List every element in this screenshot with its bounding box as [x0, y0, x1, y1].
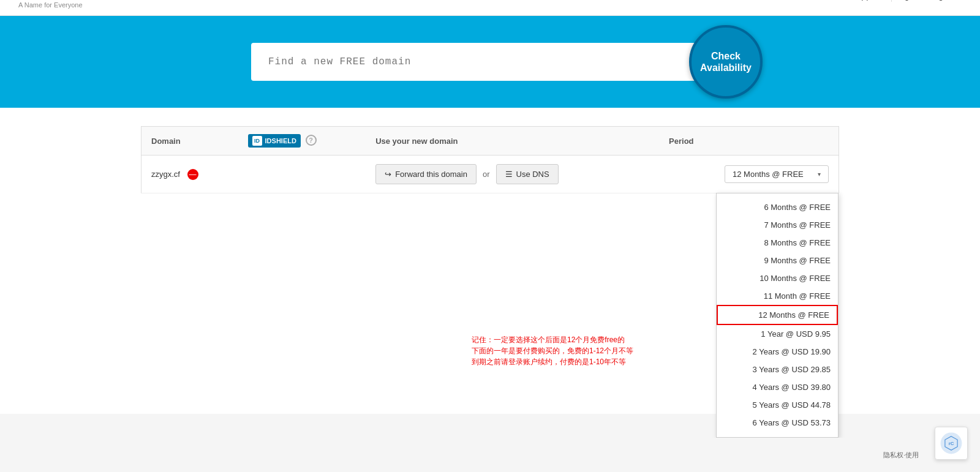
search-container: Check Availability [251, 43, 729, 81]
period-select[interactable]: 12 Months @ FREE ▾ [725, 165, 829, 183]
dropdown-item[interactable]: 6 Months @ FREE [717, 198, 838, 216]
dropdown-item[interactable]: 12 Months @ FREE [717, 305, 838, 325]
language-selector[interactable]: English ▾ [928, 0, 962, 1]
dropdown-item[interactable]: 5 Months @ FREE [717, 193, 838, 198]
idshield-icon: ID [252, 136, 262, 146]
dropdown-item[interactable]: 9 Months @ FREE [717, 252, 838, 269]
nav-divider [891, 0, 892, 2]
use-domain-cell: ↪ Forward this domain or ☰ Use DNS [366, 155, 659, 193]
dropdown-item[interactable]: 2 Years @ USD 19.90 [717, 343, 838, 361]
search-input[interactable] [251, 43, 729, 81]
col-domain: Domain [141, 127, 238, 155]
annotation-note: 记住：一定要选择这个后面是12个月免费free的下面的一年是要付费购买的，免费的… [472, 334, 633, 367]
dropdown-item[interactable]: 6 Years @ USD 53.73 [717, 414, 838, 432]
main-content: Domain ID IDSHIELD ? Use your new domain… [0, 108, 980, 414]
forward-domain-button[interactable]: ↪ Forward this domain [375, 164, 477, 184]
col-idshield: ID IDSHIELD ? [238, 127, 366, 155]
idshield-badge: ID IDSHIELD [248, 134, 301, 148]
nav-item-partners[interactable]: Partners ▾ [739, 0, 777, 1]
period-cell: 12 Months @ FREE ▾ 3 Months @ FREE4 Mont… [659, 155, 839, 193]
selected-period-label: 12 Months @ FREE [733, 170, 804, 179]
period-dropdown-list[interactable]: 3 Months @ FREE4 Months @ FREE5 Months @… [716, 193, 839, 438]
col-period: Period [659, 127, 839, 155]
dropdown-item[interactable]: 7 Years @ USD 62.69 [717, 432, 838, 438]
idshield-help-icon[interactable]: ? [306, 135, 317, 146]
col-use-domain: Use your new domain [366, 127, 659, 155]
remove-domain-icon[interactable]: — [187, 169, 198, 180]
logo-area: freenom A Name for Everyone [18, 0, 86, 9]
dropdown-item[interactable]: 8 Months @ FREE [717, 234, 838, 252]
dns-icon: ☰ [505, 170, 513, 179]
domain-cell: zzygx.cf — [141, 155, 238, 193]
logo-tagline: A Name for Everyone [18, 1, 86, 9]
idshield-cell [238, 155, 366, 193]
header: freenom A Name for Everyone Services ▾ P… [0, 0, 980, 16]
domain-name: zzygx.cf [151, 170, 180, 179]
svg-point-0 [941, 433, 962, 438]
dropdown-item[interactable]: 3 Years @ USD 29.85 [717, 361, 838, 378]
dropdown-item[interactable]: 11 Month @ FREE [717, 287, 838, 305]
period-dropdown-arrow-icon: ▾ [818, 171, 821, 178]
header-nav: Services ▾ Partners ▾ About Freenom ▾ Su… [695, 0, 962, 2]
check-availability-button[interactable]: Check Availability [689, 25, 763, 99]
dropdown-item[interactable]: 7 Months @ FREE [717, 216, 838, 234]
dropdown-item[interactable]: 5 Years @ USD 44.78 [717, 396, 838, 414]
dropdown-item[interactable]: 4 Years @ USD 39.80 [717, 378, 838, 396]
hero-banner: Check Availability [0, 16, 980, 108]
nav-item-about[interactable]: About Freenom ▾ [782, 0, 846, 1]
or-text: or [483, 170, 490, 179]
recaptcha-badge: rC [935, 427, 968, 438]
table-row: zzygx.cf — ↪ Forward this domain or [141, 155, 839, 193]
dropdown-item[interactable]: 10 Months @ FREE [717, 269, 838, 287]
recaptcha-icon: rC [940, 432, 962, 438]
nav-item-services[interactable]: Services ▾ [695, 0, 734, 1]
use-dns-button[interactable]: ☰ Use DNS [496, 164, 559, 184]
dropdown-item[interactable]: 1 Year @ USD 9.95 [717, 325, 838, 343]
forward-icon: ↪ [385, 170, 391, 179]
signin-link[interactable]: Sign in [897, 0, 923, 1]
nav-item-support[interactable]: Support ▾ [851, 0, 886, 1]
domain-table: Domain ID IDSHIELD ? Use your new domain… [141, 126, 839, 193]
